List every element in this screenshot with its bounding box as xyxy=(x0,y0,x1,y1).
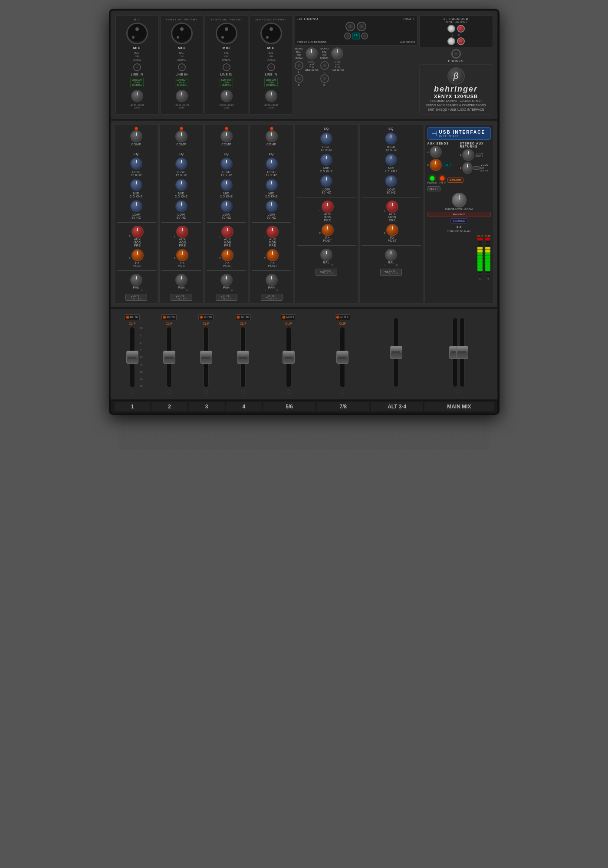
line-in-jack-3[interactable] xyxy=(223,63,230,71)
mute-alt-button-4[interactable]: 4 MUTEALT 3-4 xyxy=(261,294,283,301)
gain-knob-4[interactable] xyxy=(265,90,277,102)
mute-button-3[interactable]: MUTE xyxy=(198,314,214,320)
stereo-return-2-knob[interactable] xyxy=(462,162,473,174)
aux1-knob-78[interactable] xyxy=(386,201,398,213)
comp-knob-4[interactable] xyxy=(266,130,278,142)
aux2-knob-56[interactable] xyxy=(322,224,334,236)
fx-button-sends[interactable]: FX xyxy=(443,163,450,167)
two-track-usb-button[interactable]: 2-TR/USB xyxy=(447,178,463,183)
eq-high-knob-2[interactable] xyxy=(175,158,187,170)
aux1-knob-2[interactable] xyxy=(176,226,188,238)
comp-knob-3[interactable] xyxy=(220,130,233,142)
fader-track-alt34[interactable] xyxy=(394,318,399,387)
aux1-knob-3[interactable] xyxy=(221,226,233,238)
xlr-connector-3[interactable] xyxy=(216,23,237,44)
mute-button-2[interactable]: MUTE xyxy=(161,314,177,320)
bal-knob-56[interactable] xyxy=(320,249,332,261)
xlr-connector-2[interactable] xyxy=(171,23,193,44)
phones-jack[interactable] xyxy=(451,49,461,59)
eq-high-knob-1[interactable] xyxy=(130,158,142,170)
mute-alt-button-2[interactable]: 2 MUTEALT 3-4 xyxy=(171,294,192,301)
comp-knob-1[interactable] xyxy=(130,130,142,142)
level-78-knob[interactable] xyxy=(331,47,343,59)
gain-knob-1[interactable] xyxy=(131,90,143,102)
gain-knob-2[interactable] xyxy=(176,90,188,102)
fader-handle-alt34[interactable] xyxy=(390,346,402,359)
eq-high-knob-56[interactable] xyxy=(320,132,332,145)
aux-send-2-knob[interactable] xyxy=(430,159,442,171)
aux2-knob-3[interactable] xyxy=(221,249,233,261)
low-cut-3[interactable]: LOW CUT75 Hz18 dB/Oct xyxy=(220,78,233,87)
gain-knob-3[interactable] xyxy=(220,90,233,102)
aux2-knob-2[interactable] xyxy=(176,249,188,261)
fader-track-78[interactable] xyxy=(340,327,345,388)
pan-knob-1[interactable] xyxy=(130,274,142,286)
line-in-jack-2[interactable] xyxy=(178,63,186,71)
low-cut-4[interactable]: LOW CUT75 Hz18 dB/Oct xyxy=(264,78,278,87)
pan-knob-4[interactable] xyxy=(266,274,278,286)
mute-button-4[interactable]: MUTE xyxy=(236,314,251,320)
eq-high-knob-3[interactable] xyxy=(220,158,233,170)
fader-track-main-r[interactable] xyxy=(460,318,465,387)
mute-alt-button-3[interactable]: 3 MUTEALT 3-4 xyxy=(216,294,237,301)
eq-high-knob-78[interactable] xyxy=(385,132,397,145)
ctrl-room-knob[interactable] xyxy=(452,193,467,207)
fader-track-56[interactable] xyxy=(286,327,291,388)
aux1-knob-56[interactable] xyxy=(322,201,334,213)
bal-knob-78[interactable] xyxy=(385,249,397,261)
mono-2-l-jack[interactable] xyxy=(320,61,329,70)
eq-mid-knob-78[interactable] xyxy=(385,154,397,166)
fader-handle-4[interactable] xyxy=(237,351,249,364)
eq-mid-knob-2[interactable] xyxy=(175,179,187,191)
low-cut-1[interactable]: LOW CUT75 Hz18 dB/Oct xyxy=(130,78,144,87)
fader-handle-56[interactable] xyxy=(283,351,295,364)
mono-2-r-jack[interactable] xyxy=(320,74,329,83)
aux-return-jack[interactable] xyxy=(361,33,368,39)
mute-alt-button-78[interactable]: 7/8 MUTEALT 3-4 xyxy=(380,269,402,276)
pan-knob-3[interactable] xyxy=(220,274,233,286)
rca-out-left[interactable] xyxy=(447,37,455,45)
mute-alt-button-1[interactable]: 1 MUTEALT 3-4 xyxy=(125,294,147,301)
eq-mid-knob-3[interactable] xyxy=(220,179,233,191)
comp-knob-2[interactable] xyxy=(175,130,187,142)
low-cut-2[interactable]: LOW CUT75 Hz18 dB/Oct xyxy=(175,78,188,87)
main-out-right-jack[interactable] xyxy=(357,22,366,31)
eq-low-knob-4[interactable] xyxy=(266,200,278,212)
fader-handle-1[interactable] xyxy=(126,351,138,364)
aux1-knob-1[interactable] xyxy=(131,226,144,238)
fader-track-3[interactable] xyxy=(204,327,209,388)
mute-button-56[interactable]: MUTE xyxy=(281,314,296,320)
mute-alt-button-56[interactable]: 5/6 MUTEALT 3-4 xyxy=(316,269,337,276)
aux2-knob-1[interactable] xyxy=(131,249,144,261)
fader-handle-3[interactable] xyxy=(200,351,212,364)
fader-handle-2[interactable] xyxy=(163,351,175,364)
eq-mid-knob-1[interactable] xyxy=(130,179,142,191)
fader-handle-78[interactable] xyxy=(336,351,348,364)
fader-handle-main-r[interactable] xyxy=(456,346,468,359)
main-out-left-jack[interactable] xyxy=(345,22,355,31)
aux2-knob-4[interactable] xyxy=(266,249,279,261)
eq-low-knob-56[interactable] xyxy=(320,175,332,187)
mute-button-1[interactable]: MUTE xyxy=(125,314,140,320)
eq-low-knob-2[interactable] xyxy=(175,200,187,212)
pan-knob-2[interactable] xyxy=(175,274,187,286)
mono-r-jack[interactable] xyxy=(295,74,303,83)
eq-low-knob-78[interactable] xyxy=(385,175,397,187)
eq-mid-knob-56[interactable] xyxy=(320,154,332,166)
line-in-jack-4[interactable] xyxy=(267,63,275,71)
eq-low-knob-1[interactable] xyxy=(130,200,142,212)
rca-out-right[interactable] xyxy=(457,37,465,45)
aux-send-1-knob[interactable] xyxy=(430,146,442,158)
fader-track-1[interactable] xyxy=(130,327,135,388)
alt-3-4-input[interactable]: ALT 3-4 xyxy=(427,186,441,191)
line-in-jack-1[interactable] xyxy=(133,63,141,71)
mono-l-jack[interactable] xyxy=(295,61,303,70)
stereo-return-1-knob[interactable] xyxy=(462,149,474,161)
aux2-knob-78[interactable] xyxy=(386,224,398,236)
level-56-knob[interactable] xyxy=(306,47,318,59)
rca-in-right[interactable] xyxy=(457,25,465,33)
fader-track-2[interactable] xyxy=(167,327,172,388)
mute-button-78[interactable]: MUTE xyxy=(335,314,350,320)
source-button[interactable]: SOURCE xyxy=(450,218,467,224)
main-mix-button[interactable]: MAIN MIX xyxy=(427,212,491,217)
